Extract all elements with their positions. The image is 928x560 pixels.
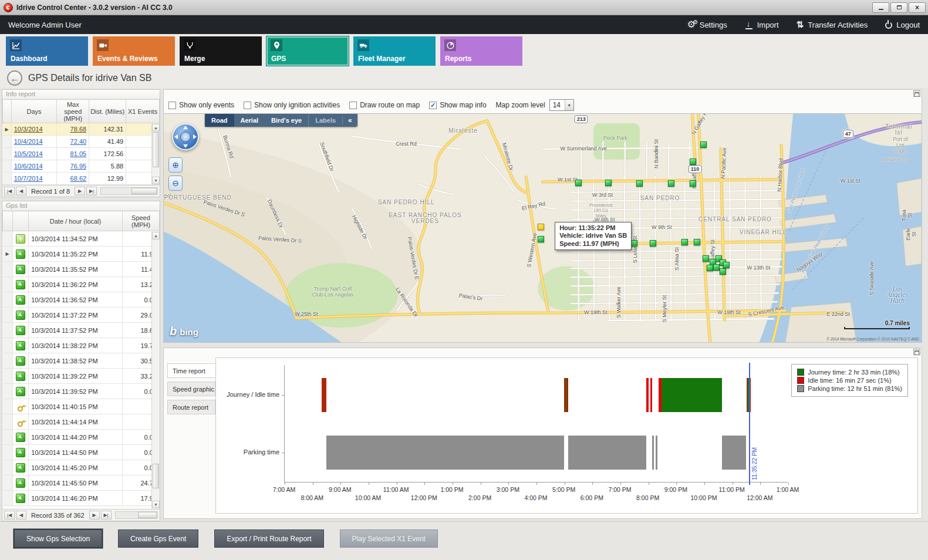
info-report-row[interactable]: ▶10/3/201478.68142.31 (3, 123, 160, 136)
gps-marker[interactable] (575, 180, 582, 186)
maximize-button[interactable] (890, 2, 907, 13)
checkbox-show-only-events[interactable]: Show only events (168, 101, 234, 109)
gps-list-row[interactable]: 10/3/2014 11:35:52 PM11.47 (3, 262, 160, 277)
show-gps-selection-button[interactable]: Show Gps Selection (14, 529, 102, 548)
info-report-row[interactable]: 10/5/201481.05172.56 (3, 148, 160, 160)
nav-next-icon[interactable]: ▶ (75, 187, 85, 195)
map-view-tab-bird-s-eye[interactable]: Bird's eye (265, 114, 308, 127)
column-header-icon[interactable] (12, 211, 28, 231)
gps-marker[interactable] (668, 180, 674, 187)
days-cell[interactable]: 10/7/2014 (11, 173, 57, 185)
map-compass-control[interactable] (172, 123, 199, 150)
column-header-x1-events[interactable]: X1 Events (126, 100, 160, 123)
scrollbar-thumb[interactable] (138, 512, 157, 518)
gps-marker[interactable] (650, 240, 656, 247)
map-canvas[interactable]: MiralestePeck ParkW Summerland AveCrest … (164, 113, 922, 342)
pan-north-icon[interactable] (183, 126, 188, 129)
checkbox-show-map-info[interactable]: ✓Show map info (429, 101, 486, 109)
map-view-tab-labels[interactable]: Labels (308, 114, 342, 127)
max-speed-link[interactable]: 68.62 (70, 175, 87, 182)
gps-list-row[interactable]: 10/3/2014 11:44:14 PM (3, 414, 160, 430)
nav-last-icon[interactable]: ▶| (86, 187, 97, 195)
max-speed-link[interactable]: 72.40 (70, 138, 87, 145)
gps-list-row[interactable]: 10/3/2014 11:45:20 PM0.00 (3, 460, 160, 475)
scrollbar-thumb[interactable] (153, 464, 159, 488)
gps-marker[interactable] (631, 240, 637, 247)
gps-marker[interactable] (700, 141, 707, 148)
logout-button[interactable]: Logout (885, 21, 920, 29)
create-gps-event-button[interactable]: Create Gps Event (118, 529, 198, 548)
gps-marker[interactable] (690, 158, 696, 165)
gps-list-row[interactable]: 10/3/2014 11:45:50 PM24.75 (3, 475, 160, 491)
column-header-datetime[interactable]: Date / hour (local) (29, 211, 123, 231)
gps-list-row[interactable]: 10/3/2014 11:44:20 PM0.00 (3, 430, 160, 445)
info-report-row[interactable]: 10/7/201468.6212.99 (3, 173, 160, 185)
horizontal-scrollbar[interactable] (100, 187, 158, 195)
nav-last-icon[interactable]: ▶| (101, 511, 112, 519)
horizontal-scrollbar[interactable] (115, 511, 158, 519)
scroll-down-icon[interactable]: ▼ (152, 501, 160, 508)
gps-marker[interactable] (703, 255, 709, 262)
gps-marker[interactable] (605, 180, 612, 186)
gps-marker[interactable] (690, 180, 696, 187)
map-view-tab-road[interactable]: Road (205, 114, 234, 127)
gps-marker[interactable] (636, 180, 643, 187)
column-header-dist[interactable]: Dist. (Miles) (89, 100, 126, 123)
day-link[interactable]: 10/4/2014 (14, 138, 43, 145)
gps-list-row[interactable]: 10/3/2014 11:36:52 PM0.00 (3, 292, 160, 308)
info-report-row[interactable]: 10/4/201472.4041.49 (3, 136, 160, 148)
gps-marker[interactable] (723, 262, 730, 268)
info-report-row[interactable]: 10/6/201476.955.88 (3, 160, 160, 173)
gps-list-row[interactable]: 10/3/2014 11:39:22 PM33.21 (3, 369, 160, 384)
gps-marker[interactable] (720, 268, 726, 275)
days-cell[interactable]: 10/6/2014 (11, 160, 57, 173)
map-view-tab-aerial[interactable]: Aerial (234, 114, 265, 127)
panel-maximize-button[interactable] (913, 90, 920, 97)
map-zoom-select[interactable]: 14 ▼ (549, 99, 574, 111)
gps-list-row[interactable]: 10/3/2014 11:46:20 PM17.93 (3, 491, 160, 506)
day-link[interactable]: 10/7/2014 (14, 175, 43, 182)
report-tab-speed-graphic[interactable]: Speed graphic (167, 382, 215, 396)
checkbox-show-only-ignition-activities[interactable]: Show only ignition activities (244, 101, 340, 109)
max-speed-link[interactable]: 76.95 (70, 163, 87, 170)
tab-dashboard[interactable]: Dashboard (6, 36, 88, 66)
tab-fleet-manager[interactable]: Fleet Manager (353, 36, 436, 66)
tab-merge[interactable]: Merge (180, 36, 262, 66)
days-cell[interactable]: 10/4/2014 (11, 136, 57, 148)
scroll-down-icon[interactable]: ▼ (152, 177, 160, 184)
import-button[interactable]: Import (745, 21, 779, 29)
max-speed-cell[interactable]: 81.05 (57, 148, 89, 160)
max-speed-cell[interactable]: 76.95 (57, 160, 89, 173)
nav-first-icon[interactable]: |◀ (4, 511, 15, 519)
pan-east-icon[interactable] (193, 134, 197, 139)
gps-marker[interactable] (707, 265, 713, 271)
tab-gps[interactable]: GPS (266, 36, 349, 66)
day-link[interactable]: 10/3/2014 (14, 126, 43, 133)
pan-west-icon[interactable] (174, 134, 178, 139)
gps-list-row[interactable]: 10/3/2014 11:37:22 PM29.05 (3, 308, 160, 323)
column-header-max-speed[interactable]: Max speed (MPH) (57, 100, 89, 123)
scrollbar-thumb[interactable] (153, 132, 159, 167)
gps-marker[interactable] (538, 236, 544, 242)
gps-list-row[interactable]: 10/3/2014 11:38:22 PM19.70 (3, 338, 160, 353)
days-cell[interactable]: 10/3/2014 (11, 123, 57, 136)
report-tab-time-report[interactable]: Time report (167, 363, 215, 378)
panel-maximize-button[interactable] (913, 349, 920, 355)
nav-first-icon[interactable]: |◀ (4, 187, 15, 195)
checkbox-draw-route-on-map[interactable]: Draw route on map (349, 101, 420, 109)
tab-reports[interactable]: Reports (440, 36, 522, 66)
column-header-days[interactable]: Days (11, 100, 57, 123)
gps-marker-selected[interactable] (538, 224, 544, 230)
gps-marker[interactable] (694, 239, 700, 245)
report-tab-route-report[interactable]: Route report (167, 400, 215, 414)
close-button[interactable]: × (909, 2, 926, 13)
max-speed-cell[interactable]: 68.62 (57, 173, 89, 185)
max-speed-link[interactable]: 78.68 (70, 126, 87, 133)
map-collapse-button[interactable]: « (342, 116, 357, 124)
max-speed-cell[interactable]: 72.40 (57, 136, 89, 148)
gps-marker[interactable] (681, 239, 688, 245)
max-speed-link[interactable]: 81.05 (70, 150, 87, 157)
settings-button[interactable]: ⚙⚙ Settings (687, 20, 727, 29)
export-print-route-report-button[interactable]: Export / Print Route Report (214, 529, 323, 548)
map-zoom-in-button[interactable]: ⊕ (168, 157, 183, 173)
